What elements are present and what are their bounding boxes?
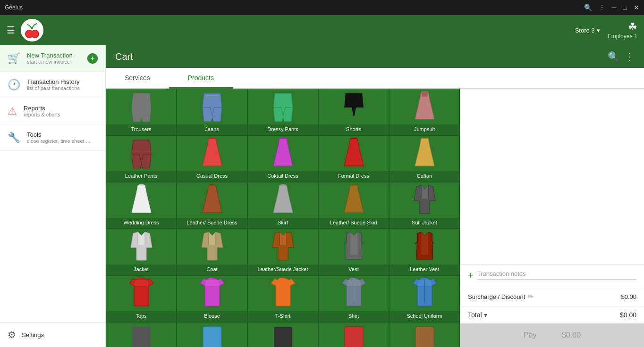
close-icon[interactable]: ✕: [634, 4, 639, 11]
product-card-school-uniform[interactable]: School Uniform: [389, 275, 460, 322]
sidebar-item-reports[interactable]: ⚠ Reports reports & charts: [0, 98, 105, 124]
product-card-leather-suede-skirt[interactable]: Leather/ Suede Skirt: [318, 182, 389, 229]
sidebar-settings[interactable]: ⚙ Settings: [0, 322, 105, 347]
cart-icon: 🛒: [8, 52, 20, 65]
product-label-casual-dress: Casual Dress: [177, 171, 247, 182]
app-logo: [21, 19, 43, 41]
product-card-shirt[interactable]: Shirt: [318, 275, 389, 322]
employee-avatar[interactable]: ☘: [628, 21, 637, 33]
store-selector[interactable]: Store 3 ▾: [575, 27, 600, 34]
maximize-icon[interactable]: □: [623, 4, 627, 11]
product-card-jacket[interactable]: Jacket: [106, 229, 177, 275]
product-label-formal-dress: Formal Dress: [319, 171, 389, 182]
product-card-item30[interactable]: [389, 322, 460, 347]
hamburger-icon[interactable]: ☰: [7, 25, 15, 36]
product-image-leather-pants: [127, 138, 155, 168]
product-label-jacket: Jacket: [106, 264, 176, 275]
surcharge-value: $0.00: [621, 293, 636, 300]
product-card-shorts[interactable]: Shorts: [318, 89, 389, 135]
product-card-dressy-pants[interactable]: Dressy Pants: [247, 89, 318, 135]
total-row: Total ▾ $0.00: [460, 306, 644, 323]
product-card-jeans[interactable]: Jeans: [177, 89, 247, 135]
new-transaction-sub: start a new invoice: [27, 59, 73, 65]
product-image-leather-suede-jacket: [269, 231, 297, 262]
reports-sub: reports & charts: [24, 112, 60, 117]
product-card-item26[interactable]: [106, 322, 177, 347]
product-image-suit-jacket: [410, 184, 439, 215]
add-notes-button[interactable]: +: [468, 270, 474, 281]
sidebar: 🛒 New Transaction start a new invoice + …: [0, 45, 106, 347]
cart-header: Cart 🔍 ⋮: [106, 45, 644, 68]
product-card-item27[interactable]: [177, 322, 247, 347]
total-expand-icon[interactable]: ▾: [484, 311, 487, 319]
product-card-leather-pants[interactable]: Leather Pants: [106, 135, 177, 182]
product-image-blouse: [198, 278, 226, 308]
product-card-caftan[interactable]: Caftan: [389, 135, 460, 182]
product-card-item28[interactable]: [247, 322, 318, 347]
total-value: $0.00: [620, 311, 636, 319]
sidebar-item-tools[interactable]: 🔧 Tools close register, time sheet ...: [0, 124, 105, 151]
product-label-leather-vest: Leather Vest: [390, 264, 459, 275]
minimize-icon[interactable]: ─: [612, 4, 617, 11]
titlebar-right: 🔍 ⋮ ─ □ ✕: [584, 4, 639, 11]
product-card-suit-jacket[interactable]: Suit Jacket: [389, 182, 460, 229]
cart-more-icon[interactable]: ⋮: [625, 51, 635, 62]
svg-point-3: [32, 31, 38, 37]
product-card-leather-suede-jacket[interactable]: Leather/Suede Jacket: [247, 229, 318, 275]
tools-label: Tools: [27, 131, 90, 138]
reports-icon: ⚠: [8, 105, 17, 117]
search-icon[interactable]: 🔍: [584, 4, 592, 11]
product-card-formal-dress[interactable]: Formal Dress: [318, 135, 389, 182]
product-image-formal-dress: [339, 138, 368, 168]
tab-services[interactable]: Services: [106, 68, 169, 89]
product-card-coat[interactable]: Coat: [177, 229, 247, 275]
product-card-leather-vest[interactable]: Leather Vest: [389, 229, 460, 275]
product-label-coktail-dress: Coktail Dress: [248, 171, 318, 182]
product-label-dressy-pants: Dressy Pants: [248, 124, 318, 135]
product-label-shorts: Shorts: [319, 124, 389, 135]
product-card-coktail-dress[interactable]: Coktail Dress: [247, 135, 318, 182]
sidebar-item-texts: Tools close register, time sheet ...: [27, 131, 90, 144]
product-card-tshirt[interactable]: T-Shirt: [247, 275, 318, 322]
tools-sub: close register, time sheet ...: [27, 138, 90, 144]
product-image-leather-vest: [410, 231, 439, 262]
add-transaction-button[interactable]: +: [87, 53, 98, 64]
cart-search-icon[interactable]: 🔍: [608, 51, 619, 62]
settings-label: Settings: [22, 331, 44, 339]
product-label-tops: Tops: [106, 311, 176, 322]
product-card-leather-suede-dress[interactable]: Leather/ Suede Dress: [177, 182, 247, 229]
product-label-leather-pants: Leather Pants: [106, 171, 176, 182]
product-label-tshirt: T-Shirt: [248, 311, 318, 322]
pay-value: $0.00: [562, 331, 581, 339]
product-image-item29: [339, 324, 368, 347]
transaction-history-label: Transaction History: [27, 78, 80, 85]
sidebar-item-new-transaction[interactable]: 🛒 New Transaction start a new invoice +: [0, 45, 105, 72]
cart-header-icons: 🔍 ⋮: [608, 51, 635, 62]
product-card-item29[interactable]: [318, 322, 389, 347]
product-card-vest[interactable]: Vest: [318, 229, 389, 275]
history-icon: 🕐: [8, 79, 20, 91]
product-image-vest: [339, 231, 368, 262]
product-label-shirt: Shirt: [319, 311, 389, 322]
sidebar-item-transaction-history[interactable]: 🕐 Transaction History list of past trans…: [0, 72, 105, 98]
product-card-skirt[interactable]: Skirt: [247, 182, 318, 229]
product-card-casual-dress[interactable]: Casual Dress: [177, 135, 247, 182]
product-card-blouse[interactable]: Blouse: [177, 275, 247, 322]
tabs-bar: Services Products: [106, 68, 644, 89]
product-label-jumpsuit: Jumpsuit: [390, 124, 459, 135]
products-grid: Trousers Jeans Dressy Pants Shorts Jumps…: [106, 89, 460, 347]
product-card-wedding-dress[interactable]: Wedding Dress: [106, 182, 177, 229]
product-image-item26: [127, 324, 155, 347]
tab-products[interactable]: Products: [169, 68, 233, 89]
notes-placeholder[interactable]: Transaction notes: [477, 270, 636, 280]
surcharge-edit-icon[interactable]: ✏: [528, 293, 534, 300]
products-area[interactable]: Trousers Jeans Dressy Pants Shorts Jumps…: [106, 89, 460, 347]
product-card-trousers[interactable]: Trousers: [106, 89, 177, 135]
product-card-tops[interactable]: Tops: [106, 275, 177, 322]
more-icon[interactable]: ⋮: [599, 4, 605, 11]
product-image-shirt: [339, 278, 368, 308]
product-label-jeans: Jeans: [177, 124, 247, 135]
product-card-jumpsuit[interactable]: Jumpsuit: [389, 89, 460, 135]
product-image-jumpsuit: [410, 91, 439, 122]
product-label-school-uniform: School Uniform: [390, 311, 459, 322]
